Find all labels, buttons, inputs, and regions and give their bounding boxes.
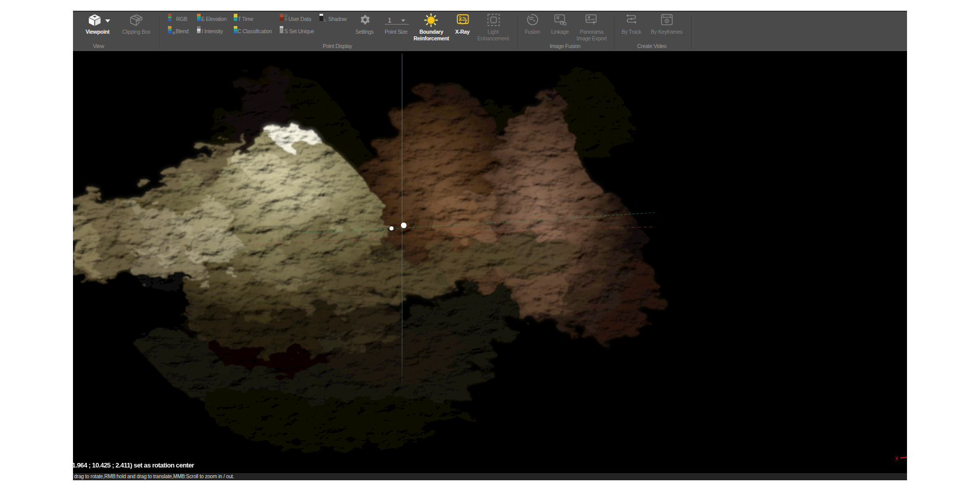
- svg-text:x: x: [895, 455, 898, 462]
